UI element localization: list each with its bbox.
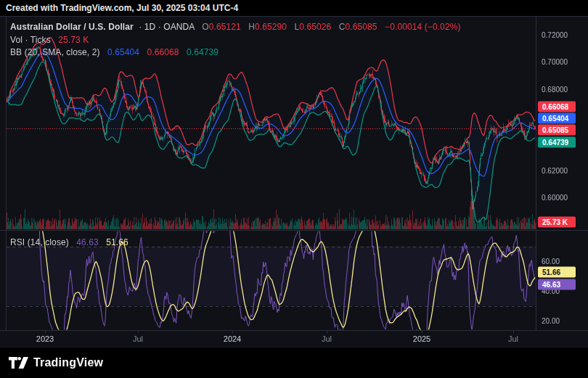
price-badge: 0.65085 [538, 125, 576, 136]
symbol-title[interactable]: Australian Dollar / U.S. Dollar [10, 22, 134, 32]
time-label: 2024 [224, 334, 241, 343]
rsi-badge: 46.63 [538, 279, 576, 290]
bollinger-lower-value: 0.64739 [187, 47, 219, 57]
time-label: Jul [322, 334, 332, 343]
bollinger-upper-value: 0.66068 [147, 47, 179, 57]
rsi-legend[interactable]: RSI (14, close) 46.63 51.66 [10, 237, 128, 247]
time-axis[interactable]: 2023Jul2024Jul2025Jul [0, 331, 588, 347]
price-tick-label: 0.62000 [542, 167, 568, 175]
ohlc-high-key: H [248, 22, 255, 32]
price-badge: 0.66068 [538, 102, 576, 112]
tradingview-logo[interactable]: TradingView [9, 356, 103, 369]
time-label: 2025 [413, 334, 430, 343]
volume-legend[interactable]: Vol · Ticks 25.73 K [10, 35, 89, 45]
price-badge: 25.73 K [538, 217, 576, 228]
price-badge: 0.64739 [538, 137, 576, 148]
price-badge: 0.65404 [538, 113, 576, 124]
price-tick-label: 0.60000 [542, 194, 568, 202]
ohlc-low-value: 0.65026 [299, 22, 331, 32]
price-tick-label: 0.70000 [542, 58, 568, 66]
time-label: 2023 [36, 334, 54, 343]
symbol-meta: · 1D · OANDA [139, 22, 195, 32]
ohlc-close-value: 0.65085 [346, 22, 377, 32]
bollinger-label: BB (20, SMA, close, 2) [10, 47, 100, 57]
time-label: Jul [508, 334, 518, 343]
volume-label: Vol · Ticks [10, 35, 51, 45]
rsi-tick-label: 60.00 [542, 258, 560, 266]
tradingview-logo-icon [9, 357, 28, 369]
bollinger-legend[interactable]: BB (20, SMA, close, 2) 0.65404 0.66068 0… [10, 47, 219, 57]
ohlc-close-key: C [339, 22, 346, 32]
price-axis[interactable]: 0.720000.700000.680000.620000.6000060.00… [536, 16, 588, 331]
price-tick-label: 0.72000 [542, 31, 568, 39]
bollinger-basis-value: 0.65404 [107, 47, 139, 57]
rsi-value: 46.63 [76, 237, 99, 247]
rsi-ma-value: 51.66 [106, 237, 128, 247]
symbol-legend[interactable]: Australian Dollar / U.S. Dollar · 1D · O… [10, 22, 461, 32]
price-tick-label: 0.68000 [542, 86, 568, 94]
tradingview-brand-text: TradingView [33, 356, 103, 369]
rsi-badge: 51.66 [538, 267, 576, 278]
ohlc-open-key: O [202, 22, 208, 32]
tradingview-snapshot: Created with TradingView.com, Jul 30, 20… [0, 0, 588, 378]
footer: TradingView [0, 347, 588, 378]
ohlc-open-value: 0.65121 [209, 22, 241, 32]
watermark-text: Created with TradingView.com, Jul 30, 20… [6, 3, 238, 13]
ohlc-high-value: 0.65290 [255, 22, 287, 32]
volume-value: 25.73 K [58, 35, 89, 45]
rsi-tick-label: 20.00 [542, 317, 560, 325]
watermark: Created with TradingView.com, Jul 30, 20… [0, 0, 588, 16]
time-label: Jul [133, 334, 143, 343]
rsi-label: RSI (14, close) [10, 237, 69, 247]
change-value: −0.00014 (−0.02%) [385, 22, 460, 32]
